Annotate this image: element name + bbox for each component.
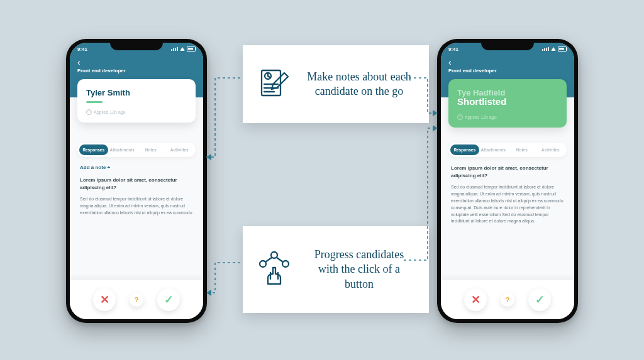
notes-pencil-icon — [257, 67, 292, 102]
callout-notes-text: Make notes about each candidate on the g… — [303, 70, 415, 99]
wifi-icon — [180, 47, 185, 51]
phone-notch — [481, 39, 534, 50]
accent-underline — [86, 101, 103, 103]
wifi-icon — [551, 47, 556, 51]
tab-responses[interactable]: Responses — [450, 145, 479, 155]
phone-mock-left: 9:41 ‹ Front end developer Tyler Smith A… — [66, 39, 207, 323]
candidate-card-shortlisted[interactable]: Tye Hadfield Shortlisted Applied 12h ago — [448, 79, 567, 128]
clock-icon — [86, 109, 92, 115]
check-icon: ✓ — [164, 293, 174, 307]
back-button[interactable]: ‹ — [77, 58, 196, 67]
answer-text: Sed do eiusmod tempor incididunt ut labo… — [80, 196, 193, 217]
connector-bot-left — [204, 260, 243, 298]
callout-notes: Make notes about each candidate on the g… — [243, 45, 429, 123]
status-time: 9:41 — [448, 46, 458, 52]
check-icon: ✓ — [535, 293, 545, 307]
action-bar: ✕ ? ✓ — [70, 280, 203, 319]
x-icon: ✕ — [100, 293, 109, 307]
tab-bar: Responses Attachments Notes Activities — [77, 143, 196, 157]
tab-activities[interactable]: Activities — [536, 145, 565, 155]
question-text: Lorem ipsum dolor sit amet, consectetur … — [451, 165, 564, 179]
question-text: Lorem ipsum dolor sit amet, consectetur … — [80, 177, 193, 191]
status-time: 9:41 — [77, 46, 87, 52]
accept-button[interactable]: ✓ — [528, 288, 551, 311]
action-bar: ✕ ? ✓ — [441, 280, 574, 319]
applied-text: Applied 12h ago — [94, 110, 126, 114]
candidate-card[interactable]: Tyler Smith Applied 12h ago — [77, 79, 196, 123]
x-icon: ✕ — [471, 293, 480, 307]
maybe-button[interactable]: ? — [130, 293, 143, 307]
question-icon: ? — [135, 296, 139, 303]
status-icons — [171, 46, 196, 52]
applied-meta: Applied 12h ago — [457, 114, 558, 120]
phone-mock-right: 9:41 ‹ Front end developer Tye Hadfield … — [437, 39, 578, 323]
reject-button[interactable]: ✕ — [464, 288, 487, 311]
tab-activities[interactable]: Activities — [165, 145, 194, 155]
battery-icon — [558, 46, 567, 52]
tab-responses[interactable]: Responses — [79, 145, 108, 155]
tab-notes[interactable]: Notes — [508, 145, 536, 155]
battery-icon — [187, 46, 196, 52]
applied-text: Applied 12h ago — [465, 115, 497, 119]
tab-bar: Responses Attachments Notes Activities — [448, 143, 567, 157]
svg-marker-10 — [206, 154, 211, 160]
connector-top-left — [204, 75, 243, 163]
reject-button[interactable]: ✕ — [93, 288, 116, 311]
maybe-button[interactable]: ? — [501, 293, 514, 307]
network-tap-icon — [257, 250, 292, 289]
phone-screen-right: 9:41 ‹ Front end developer Tye Hadfield … — [441, 43, 574, 319]
tab-attachments[interactable]: Attachments — [479, 145, 508, 155]
phone-screen-left: 9:41 ‹ Front end developer Tyler Smith A… — [70, 43, 203, 319]
candidate-name: Tyler Smith — [86, 88, 187, 97]
tab-attachments[interactable]: Attachments — [108, 145, 137, 155]
applied-meta: Applied 12h ago — [86, 109, 187, 115]
question-icon: ? — [506, 296, 510, 303]
signal-icon — [542, 47, 549, 51]
accept-button[interactable]: ✓ — [157, 288, 180, 311]
phone-notch — [110, 39, 163, 50]
answer-text: Sed do eiusmod tempor incididunt ut labo… — [451, 184, 564, 225]
add-note-button[interactable]: Add a note + — [80, 165, 193, 170]
signal-icon — [171, 47, 178, 51]
callout-progress-text: Progress candidates with the click of a … — [303, 248, 415, 291]
status-icons — [542, 46, 567, 52]
job-title: Front end developer — [448, 68, 567, 74]
job-title: Front end developer — [77, 68, 196, 74]
tab-notes[interactable]: Notes — [136, 145, 165, 155]
shortlisted-label: Shortlisted — [457, 96, 558, 107]
callout-progress: Progress candidates with the click of a … — [243, 226, 429, 313]
clock-icon — [457, 114, 463, 120]
back-button[interactable]: ‹ — [448, 58, 567, 67]
svg-marker-12 — [206, 290, 211, 296]
